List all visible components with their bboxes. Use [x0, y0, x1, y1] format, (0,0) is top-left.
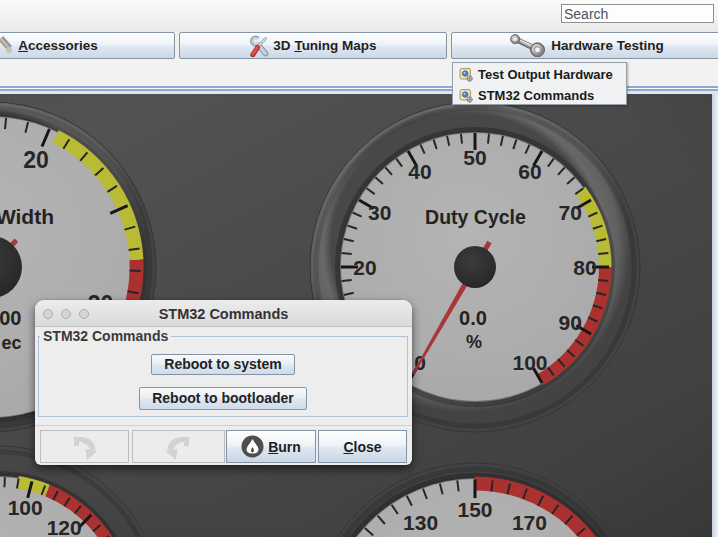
svg-text:20: 20: [23, 147, 49, 173]
svg-text:50: 50: [463, 146, 486, 169]
svg-text:100: 100: [512, 351, 547, 374]
svg-text:Pulse Width: Pulse Width: [0, 205, 54, 228]
svg-text:70: 70: [559, 201, 582, 224]
svg-text:100: 100: [8, 496, 43, 519]
svg-text:40: 40: [408, 160, 431, 183]
svg-text:20: 20: [353, 256, 376, 279]
svg-text:Duty Cycle: Duty Cycle: [425, 206, 526, 228]
svg-text:150: 150: [457, 498, 492, 521]
svg-text:120: 120: [47, 516, 82, 537]
svg-text:30: 30: [368, 201, 391, 224]
svg-text:80: 80: [573, 256, 596, 279]
svg-text:%: %: [466, 332, 482, 352]
svg-text:ec: ec: [2, 333, 22, 353]
svg-text:130: 130: [403, 511, 438, 534]
svg-text:90: 90: [559, 311, 582, 334]
svg-text:170: 170: [512, 511, 547, 534]
svg-text:00: 00: [0, 307, 22, 329]
svg-text:0.0: 0.0: [459, 307, 487, 329]
svg-text:60: 60: [518, 160, 541, 183]
